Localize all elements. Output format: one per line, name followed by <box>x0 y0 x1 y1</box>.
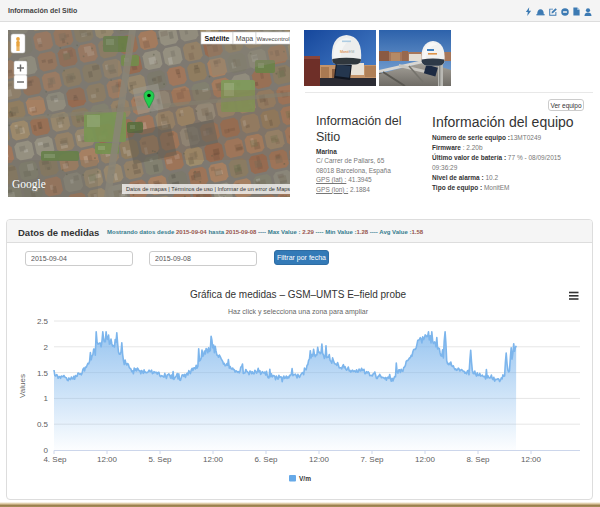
svg-text:12:00: 12:00 <box>97 455 118 464</box>
svg-text:5. Sep: 5. Sep <box>148 455 172 464</box>
svg-text:V/m: V/m <box>299 475 311 482</box>
svg-text:1: 1 <box>44 394 49 403</box>
svg-text:Mapa: Mapa <box>236 35 254 43</box>
svg-text:Satélite: Satélite <box>205 35 230 42</box>
svg-text:12:00: 12:00 <box>521 455 542 464</box>
svg-text:Datos de mapas | Términos de u: Datos de mapas | Términos de uso | Infor… <box>126 186 290 192</box>
svg-text:8. Sep: 8. Sep <box>466 455 490 464</box>
svg-text:6. Sep: 6. Sep <box>254 455 278 464</box>
svg-text:7. Sep: 7. Sep <box>360 455 384 464</box>
svg-text:12:00: 12:00 <box>415 455 436 464</box>
svg-text:0.5: 0.5 <box>37 420 49 429</box>
svg-text:2.5: 2.5 <box>37 317 49 326</box>
svg-text:Haz click y selecciona una zon: Haz click y selecciona una zona para amp… <box>228 308 369 316</box>
svg-text:Gráfica de medidas – GSM–UMTS: Gráfica de medidas – GSM–UMTS E–field pr… <box>190 289 407 300</box>
svg-text:Values: Values <box>18 374 27 398</box>
svg-text:Google: Google <box>12 178 46 191</box>
svg-text:0: 0 <box>44 446 49 455</box>
svg-text:4. Sep: 4. Sep <box>43 455 67 464</box>
svg-text:12:00: 12:00 <box>309 455 330 464</box>
svg-text:2: 2 <box>44 343 49 352</box>
svg-text:MonitEM: MonitEM <box>340 50 354 54</box>
svg-text:Wavecontrol: Wavecontrol <box>256 36 289 42</box>
svg-text:12:00: 12:00 <box>203 455 224 464</box>
svg-text:1.5: 1.5 <box>37 369 49 378</box>
